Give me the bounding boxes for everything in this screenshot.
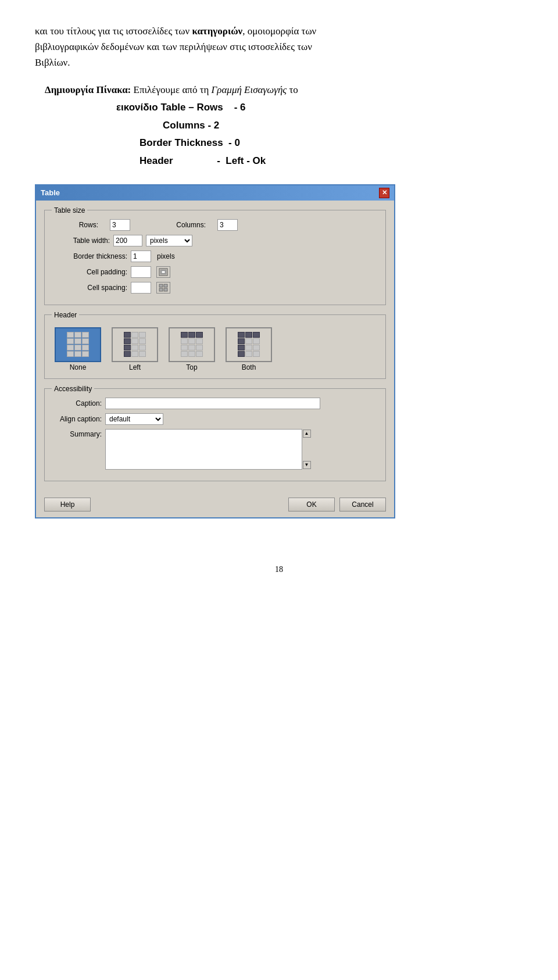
rows-label: Rows: bbox=[69, 221, 98, 229]
close-icon: ✕ bbox=[382, 189, 387, 196]
header-top-option[interactable]: Top bbox=[166, 327, 218, 371]
cell-padding-icon bbox=[156, 266, 170, 278]
instruction-text1: Επιλέγουμε από τη bbox=[131, 84, 211, 95]
intro-paragraph: και του τίτλους για τις ιστοσελίδες των … bbox=[35, 23, 523, 71]
columns-label: Columns: bbox=[165, 221, 206, 229]
summary-scrollbar[interactable]: ▲ ▼ bbox=[302, 429, 311, 470]
instruction-columns-label: Columns - 2 bbox=[163, 120, 219, 131]
instruction-header-line: Header - Left - Ok bbox=[35, 152, 523, 170]
cell-spacing-icon bbox=[156, 282, 170, 294]
left-grid-icon bbox=[124, 332, 146, 357]
spacing-icon-svg bbox=[159, 284, 168, 292]
intro-bold-word: κατηγοριών bbox=[192, 26, 242, 37]
padding-icon-svg bbox=[159, 268, 168, 276]
intro-text-line3: βιβλιογραφικών δεδομένων και των περιλήψ… bbox=[35, 41, 312, 52]
svg-rect-4 bbox=[164, 284, 167, 287]
align-caption-row: Align caption: default left right top bo… bbox=[52, 413, 378, 425]
cancel-button[interactable]: Cancel bbox=[339, 498, 386, 512]
intro-text-part1: και του τίτλους για τις ιστοσελίδες των bbox=[35, 26, 192, 37]
instruction-line: Δημιουργία Πίνακα: Επιλέγουμε από τη Γρα… bbox=[35, 81, 523, 99]
both-icon-box bbox=[226, 327, 272, 362]
both-grid-icon bbox=[238, 332, 260, 357]
svg-rect-6 bbox=[164, 288, 167, 291]
header-section: Header bbox=[44, 311, 386, 379]
align-caption-select[interactable]: default left right top bottom bbox=[105, 413, 163, 425]
top-icon-box bbox=[169, 327, 215, 362]
border-thickness-row: Border thickness: pixels bbox=[52, 251, 378, 262]
dialog-close-button[interactable]: ✕ bbox=[379, 188, 389, 198]
top-label: Top bbox=[186, 363, 197, 371]
table-width-label: Table width: bbox=[58, 237, 110, 245]
caption-row: Caption: bbox=[52, 398, 378, 409]
align-caption-label: Align caption: bbox=[55, 415, 102, 423]
columns-input[interactable] bbox=[217, 219, 238, 231]
header-legend: Header bbox=[52, 311, 79, 319]
left-icon-box bbox=[112, 327, 158, 362]
table-width-row: Table width: pixels % bbox=[52, 235, 378, 246]
rows-input[interactable] bbox=[110, 219, 130, 231]
svg-rect-3 bbox=[159, 284, 163, 287]
intro-text-part2: , ομοιομορφία των bbox=[242, 26, 316, 37]
dialog-buttons-bar: Help OK Cancel bbox=[36, 493, 394, 517]
rows-columns-row: Rows: Columns: bbox=[52, 219, 378, 231]
accessibility-legend: Accessibility bbox=[52, 385, 94, 393]
table-dialog: Table ✕ Table size Rows: Columns: Table bbox=[35, 184, 395, 518]
cell-padding-label: Cell padding: bbox=[58, 268, 127, 276]
table-width-input[interactable] bbox=[113, 235, 142, 246]
instruction-text2: το bbox=[287, 84, 298, 95]
none-grid-icon bbox=[67, 332, 89, 357]
cell-padding-input[interactable] bbox=[131, 266, 151, 278]
summary-label: Summary: bbox=[55, 430, 102, 438]
dialog-title: Table bbox=[41, 188, 60, 197]
summary-textarea[interactable] bbox=[105, 429, 311, 470]
ok-cancel-group: OK Cancel bbox=[288, 498, 386, 512]
cell-spacing-row: Cell spacing: bbox=[52, 282, 378, 294]
instruction-table-label: εικονίδιο Table – Rows - 6 bbox=[116, 102, 246, 113]
instruction-italic: Γραμμή Εισαγωγής bbox=[212, 84, 287, 95]
instruction-rows-line: εικονίδιο Table – Rows - 6 bbox=[35, 99, 523, 117]
instruction-prefix: Δημιουργία Πίνακα: bbox=[45, 84, 131, 95]
none-label: None bbox=[70, 363, 87, 371]
ok-button[interactable]: OK bbox=[288, 498, 335, 512]
summary-row: Summary: ▲ ▼ bbox=[52, 429, 378, 470]
dialog-wrapper: Table ✕ Table size Rows: Columns: Table bbox=[35, 184, 523, 518]
svg-rect-2 bbox=[162, 271, 165, 273]
top-grid-icon bbox=[181, 332, 203, 357]
none-icon-box bbox=[55, 327, 101, 362]
dialog-titlebar: Table ✕ bbox=[36, 185, 394, 201]
summary-wrapper: ▲ ▼ bbox=[105, 429, 311, 470]
border-unit-text: pixels bbox=[157, 252, 175, 260]
instruction-border-line: Border Thickness - 0 bbox=[35, 134, 523, 152]
scrollbar-up-arrow[interactable]: ▲ bbox=[303, 430, 311, 438]
table-size-section: Table size Rows: Columns: Table width: p… bbox=[44, 206, 386, 305]
both-label: Both bbox=[242, 363, 256, 371]
instruction-header-label: Header - Left - Ok bbox=[140, 155, 266, 166]
left-label: Left bbox=[129, 363, 141, 371]
instruction-border-label: Border Thickness - 0 bbox=[140, 137, 240, 148]
help-button[interactable]: Help bbox=[44, 498, 91, 512]
page-number: 18 bbox=[35, 565, 523, 574]
dialog-content: Table size Rows: Columns: Table width: p… bbox=[36, 201, 394, 493]
cell-spacing-label: Cell spacing: bbox=[58, 284, 127, 292]
accessibility-section: Accessibility Caption: Align caption: de… bbox=[44, 385, 386, 481]
header-none-option[interactable]: None bbox=[52, 327, 104, 371]
header-options-container: None bbox=[52, 327, 378, 371]
table-width-unit-select[interactable]: pixels % bbox=[146, 235, 192, 246]
instruction-columns-line: Columns - 2 bbox=[35, 117, 523, 135]
header-left-option[interactable]: Left bbox=[109, 327, 161, 371]
intro-text-line4: Βιβλίων. bbox=[35, 57, 70, 68]
header-both-option[interactable]: Both bbox=[223, 327, 275, 371]
border-thickness-input[interactable] bbox=[131, 251, 151, 262]
svg-rect-5 bbox=[159, 288, 163, 291]
table-size-legend: Table size bbox=[52, 206, 87, 214]
border-thickness-label: Border thickness: bbox=[58, 252, 127, 260]
cell-spacing-input[interactable] bbox=[131, 282, 151, 294]
scrollbar-down-arrow[interactable]: ▼ bbox=[303, 461, 311, 469]
caption-input[interactable] bbox=[105, 398, 320, 409]
caption-label: Caption: bbox=[55, 399, 102, 407]
cell-padding-row: Cell padding: bbox=[52, 266, 378, 278]
instruction-block: Δημιουργία Πίνακα: Επιλέγουμε από τη Γρα… bbox=[35, 81, 523, 170]
